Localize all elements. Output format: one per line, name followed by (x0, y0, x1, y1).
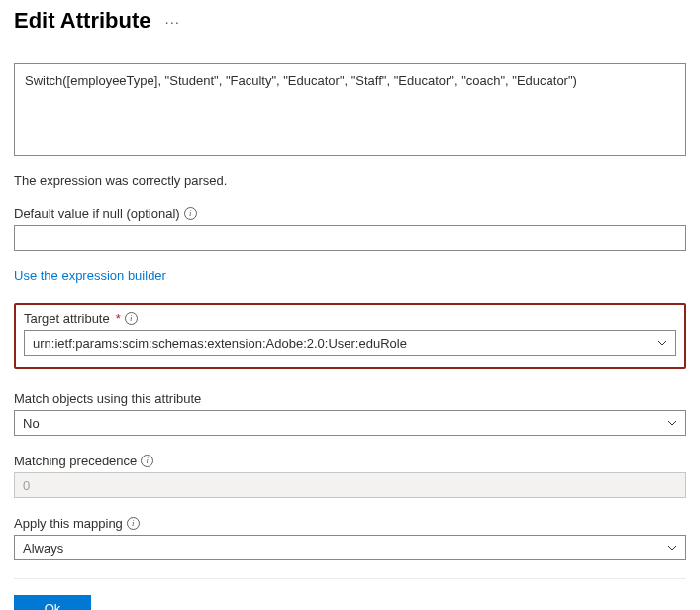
apply-mapping-label: Apply this mapping (14, 516, 123, 531)
matching-precedence-field: Matching precedence i (14, 454, 686, 498)
matching-precedence-input (14, 472, 686, 498)
more-icon[interactable]: ··· (165, 13, 181, 30)
default-value-input[interactable] (14, 225, 686, 251)
info-icon[interactable]: i (125, 312, 138, 325)
target-attribute-label: Target attribute (24, 311, 110, 326)
parse-status: The expression was correctly parsed. (14, 173, 686, 188)
match-objects-value: No (23, 416, 40, 431)
matching-precedence-label: Matching precedence (14, 454, 137, 468)
match-objects-field: Match objects using this attribute No (14, 391, 686, 436)
page-header: Edit Attribute ··· (14, 8, 686, 34)
default-value-label: Default value if null (optional) (14, 206, 180, 221)
target-attribute-highlight: Target attribute * i urn:ietf:params:sci… (14, 303, 686, 369)
apply-mapping-select[interactable]: Always (14, 535, 686, 560)
target-attribute-value: urn:ietf:params:scim:schemas:extension:A… (33, 336, 407, 351)
match-objects-select[interactable]: No (14, 410, 686, 436)
ok-button[interactable]: Ok (14, 595, 91, 610)
divider (14, 578, 686, 579)
apply-mapping-value: Always (23, 541, 63, 556)
apply-mapping-field: Apply this mapping i Always (14, 516, 686, 560)
expression-builder-link[interactable]: Use the expression builder (14, 268, 166, 283)
info-icon[interactable]: i (127, 517, 140, 530)
info-icon[interactable]: i (141, 455, 153, 467)
target-attribute-select[interactable]: urn:ietf:params:scim:schemas:extension:A… (24, 330, 676, 356)
default-value-field: Default value if null (optional) i (14, 206, 686, 251)
info-icon[interactable]: i (184, 207, 197, 220)
required-star: * (116, 311, 121, 326)
expression-input[interactable] (14, 63, 686, 156)
page-title: Edit Attribute (14, 8, 151, 34)
match-objects-label: Match objects using this attribute (14, 391, 201, 406)
